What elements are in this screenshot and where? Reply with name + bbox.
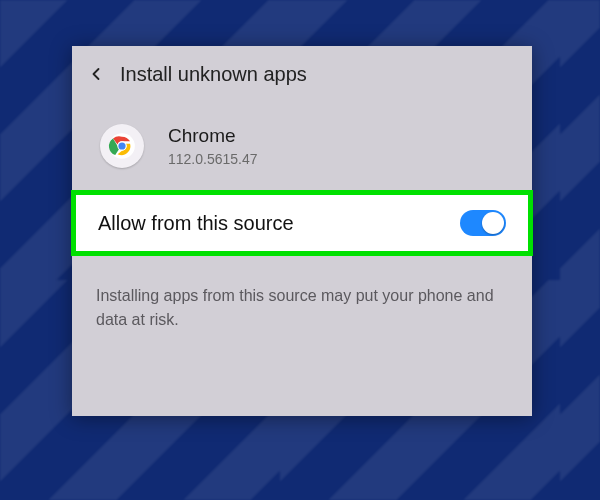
- back-button[interactable]: [84, 62, 108, 86]
- allow-label: Allow from this source: [98, 212, 294, 235]
- chevron-left-icon: [86, 64, 106, 84]
- svg-point-2: [118, 142, 125, 149]
- chrome-icon: [108, 132, 136, 160]
- header: Install unknown apps: [72, 46, 532, 102]
- warning-text: Installing apps from this source may put…: [72, 256, 532, 332]
- highlight-frame: Allow from this source: [71, 190, 533, 256]
- app-version: 112.0.5615.47: [168, 151, 258, 167]
- app-meta: Chrome 112.0.5615.47: [168, 125, 258, 167]
- app-icon: [100, 124, 144, 168]
- app-name: Chrome: [168, 125, 258, 147]
- settings-card: Install unknown apps Chrome 112.0.5615.4…: [72, 46, 532, 416]
- app-row: Chrome 112.0.5615.47: [72, 102, 532, 190]
- switch-thumb: [482, 212, 504, 234]
- page-title: Install unknown apps: [120, 63, 307, 86]
- allow-toggle[interactable]: [460, 210, 506, 236]
- allow-row[interactable]: Allow from this source: [76, 195, 528, 251]
